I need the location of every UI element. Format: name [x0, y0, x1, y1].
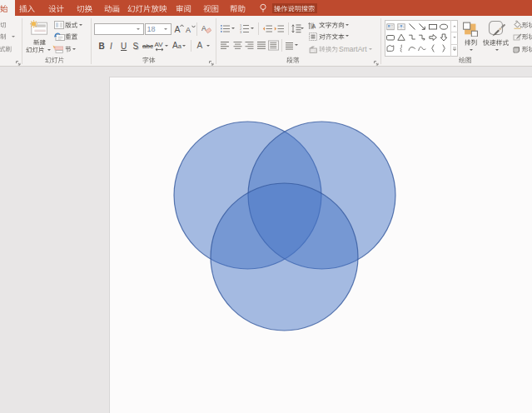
svg-text:A: A: [201, 24, 206, 32]
svg-text:3: 3: [240, 30, 242, 33]
svg-text:A: A: [311, 23, 316, 29]
